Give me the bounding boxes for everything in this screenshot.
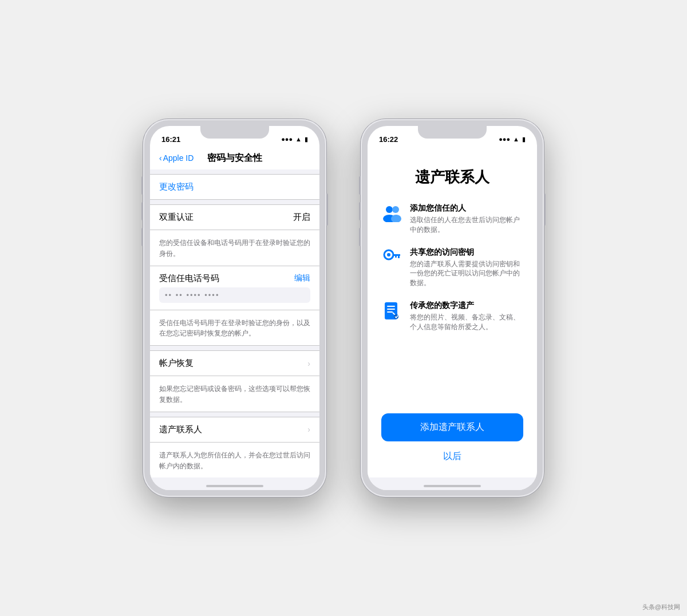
feature-item-people: 添加您信任的人 选取信任的人在您去世后访问您帐户中的数据。	[381, 203, 523, 235]
chevron-left-icon: ‹	[159, 153, 162, 163]
feature-text-doc: 传承您的数字遗产 将您的照片、视频、备忘录、文稿、个人信息等留给所爱之人。	[410, 301, 523, 332]
back-label-1: Apple ID	[163, 153, 194, 163]
account-recovery-desc-row: 如果您忘记密码或设备密码，这些选项可以帮您恢复数据。	[150, 376, 319, 412]
change-password-row[interactable]: 更改密码	[150, 175, 319, 199]
feature-title-key: 共享您的访问密钥	[410, 247, 523, 258]
legacy-desc-row: 遗产联系人为您所信任的人，并会在您过世后访问帐户内的数据。	[150, 443, 319, 477]
trusted-phone-desc: 受信任电话号码用于在登录时验证您的身份，以及在您忘记密码时恢复您的帐户。	[159, 319, 310, 338]
legacy-title: 遗产联系人	[159, 424, 202, 435]
legacy-row[interactable]: 遗产联系人 ›	[150, 417, 319, 443]
svg-rect-11	[387, 309, 395, 310]
key-icon	[381, 247, 402, 268]
section-account-recovery: 帐户恢复 › 如果您忘记密码或设备密码，这些选项可以帮您恢复数据。	[150, 350, 319, 412]
feature-desc-key: 您的遗产联系人需要提供访问密钥和一份您的死亡证明以访问您帐户中的数据。	[410, 259, 523, 288]
feature-desc-people: 选取信任的人在您去世后访问您帐户中的数据。	[410, 215, 523, 235]
section-legacy: 遗产联系人 › 遗产联系人为您所信任的人，并会在您过世后访问帐户内的数据。	[150, 417, 319, 477]
trusted-desc-row: 您的受信任设备和电话号码用于在登录时验证您的身份。	[150, 230, 319, 266]
change-password-label: 更改密码	[159, 181, 194, 191]
phone-1: 16:21 ●●● ▲ ▮ ‹ Apple ID 密码与安全性 更改密码	[143, 119, 326, 497]
time-2: 16:22	[379, 135, 398, 144]
home-indicator-2	[368, 477, 537, 490]
trusted-phone-row: 受信任电话号码 编辑 •• •• •••• ••••	[150, 266, 319, 310]
phone-2: 16:22 ●●● ▲ ▮ 遗产联系人	[361, 119, 544, 497]
section-change-password: 更改密码	[150, 174, 319, 200]
account-recovery-arrow: ›	[307, 359, 310, 368]
back-button-1[interactable]: ‹ Apple ID	[159, 153, 194, 163]
feature-title-doc: 传承您的数字遗产	[410, 301, 523, 311]
people-icon	[381, 203, 402, 224]
notch-2	[418, 126, 487, 139]
nav-title-1: 密码与安全性	[207, 152, 262, 164]
account-recovery-desc: 如果您忘记密码或设备密码，这些选项可以帮您恢复数据。	[159, 385, 310, 404]
feature-desc-doc: 将您的照片、视频、备忘录、文稿、个人信息等留给所爱之人。	[410, 313, 523, 332]
phone-number-display: •• •• •••• ••••	[159, 287, 310, 303]
svg-point-1	[392, 206, 399, 213]
svg-rect-7	[398, 256, 400, 258]
two-factor-value: 开启	[293, 212, 310, 223]
feature-title-people: 添加您信任的人	[410, 203, 523, 214]
wifi-icon-2: ▲	[513, 136, 519, 143]
add-legacy-contact-button[interactable]: 添加遗产联系人	[381, 413, 523, 441]
svg-rect-8	[395, 256, 397, 258]
feature-item-doc: 传承您的数字遗产 将您的照片、视频、备忘录、文稿、个人信息等留给所爱之人。	[381, 301, 523, 332]
feature-text-people: 添加您信任的人 选取信任的人在您去世后访问您帐户中的数据。	[410, 203, 523, 235]
two-factor-title: 双重认证	[159, 212, 194, 223]
battery-icon-2: ▮	[522, 136, 526, 143]
svg-rect-6	[393, 254, 400, 256]
account-recovery-title: 帐户恢复	[159, 358, 194, 369]
trusted-phone-desc-row: 受信任电话号码用于在登录时验证您的身份，以及在您忘记密码时恢复您的帐户。	[150, 310, 319, 346]
home-indicator-1	[150, 477, 319, 490]
later-button[interactable]: 以后	[381, 447, 523, 466]
feature-item-key: 共享您的访问密钥 您的遗产联系人需要提供访问密钥和一份您的死亡证明以访问您帐户中…	[381, 247, 523, 288]
trusted-phone-edit[interactable]: 编辑	[294, 273, 310, 283]
doc-icon	[381, 301, 402, 321]
trusted-phone-title: 受信任电话号码	[159, 273, 219, 284]
status-icons-2: ●●● ▲ ▮	[499, 136, 526, 143]
notch	[200, 126, 269, 139]
nav-bar-1: ‹ Apple ID 密码与安全性	[150, 147, 319, 169]
settings-screen: 更改密码 双重认证 开启 您的受信任设备和电话号码用于在登录时验证您的身份。	[150, 169, 319, 477]
svg-rect-12	[387, 311, 393, 313]
legacy-desc: 遗产联系人为您所信任的人，并会在您过世后访问帐户内的数据。	[159, 451, 310, 470]
battery-icon: ▮	[305, 136, 308, 143]
svg-point-5	[387, 253, 390, 256]
watermark: 头条@科技网	[642, 603, 680, 611]
section-two-factor: 双重认证 开启 您的受信任设备和电话号码用于在登录时验证您的身份。 受信任电话号…	[150, 204, 319, 346]
svg-rect-10	[387, 306, 395, 307]
feature-text-key: 共享您的访问密钥 您的遗产联系人需要提供访问密钥和一份您的死亡证明以访问您帐户中…	[410, 247, 523, 288]
legacy-screen-title: 遗产联系人	[381, 167, 523, 187]
time-1: 16:21	[161, 135, 180, 144]
legacy-screen: 遗产联系人 添加您信任的人 选取信任的人在您去世后访问您帐户中的数据。	[368, 147, 537, 477]
signal-icon-2: ●●●	[499, 136, 510, 143]
status-icons-1: ●●● ▲ ▮	[281, 136, 308, 143]
two-factor-row: 双重认证 开启	[150, 205, 319, 230]
account-recovery-row[interactable]: 帐户恢复 ›	[150, 351, 319, 376]
wifi-icon: ▲	[295, 136, 302, 143]
signal-icon: ●●●	[281, 136, 293, 143]
legacy-arrow: ›	[307, 425, 310, 434]
trusted-desc: 您的受信任设备和电话号码用于在登录时验证您的身份。	[159, 239, 310, 258]
svg-point-0	[386, 206, 393, 213]
